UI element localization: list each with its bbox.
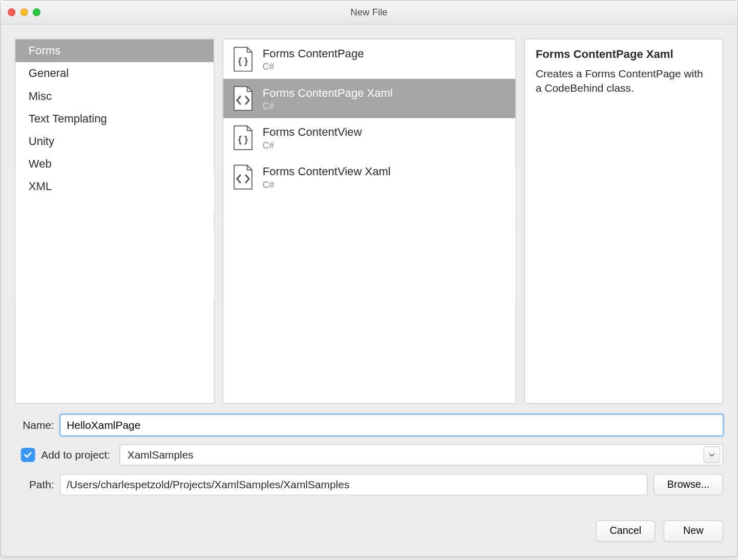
resize-handle-icon[interactable] <box>515 212 516 230</box>
category-item-web[interactable]: Web <box>15 152 214 175</box>
template-name: Forms ContentView <box>262 126 361 139</box>
new-button[interactable]: New <box>664 521 723 542</box>
add-to-project-checkbox[interactable] <box>21 448 35 462</box>
add-to-project-row: Add to project: XamlSamples <box>15 444 723 466</box>
chevron-down-icon <box>709 453 715 457</box>
svg-text:{ }: { } <box>238 134 248 144</box>
xaml-file-icon <box>231 164 254 190</box>
resize-handle-icon[interactable] <box>214 212 214 230</box>
template-lang: C# <box>262 100 392 111</box>
template-item-contentview-xaml[interactable]: Forms ContentView Xaml C# <box>223 157 516 197</box>
add-to-project-label: Add to project: <box>41 449 110 461</box>
template-panel: { } Forms ContentPage C# Forms ContentPa… <box>223 39 516 404</box>
titlebar: New File <box>1 1 737 24</box>
template-name: Forms ContentPage Xaml <box>262 86 392 99</box>
category-item-text-templating[interactable]: Text Templating <box>15 107 214 130</box>
project-select[interactable]: XamlSamples <box>120 444 723 466</box>
new-file-dialog: New File Forms General Misc Text Templat… <box>0 0 738 557</box>
checkmark-icon <box>23 450 33 460</box>
template-lang: C# <box>262 61 364 71</box>
project-select-value: XamlSamples <box>128 449 194 461</box>
footer: Cancel New <box>15 506 723 542</box>
template-name: Forms ContentView Xaml <box>262 164 390 178</box>
code-file-icon: { } <box>231 46 254 72</box>
xaml-file-icon <box>231 85 254 111</box>
category-panel: Forms General Misc Text Templating Unity… <box>15 39 214 404</box>
path-value: /Users/charlespetzold/Projects/XamlSampl… <box>67 479 349 491</box>
category-item-unity[interactable]: Unity <box>15 130 214 152</box>
window-title: New File <box>1 7 737 17</box>
name-label: Name: <box>15 419 54 431</box>
path-input[interactable]: /Users/charlespetzold/Projects/XamlSampl… <box>60 474 647 495</box>
template-name: Forms ContentPage <box>262 47 364 60</box>
path-label: Path: <box>15 479 54 491</box>
category-item-xml[interactable]: XML <box>15 175 214 198</box>
description-panel: Forms ContentPage Xaml Creates a Forms C… <box>524 39 723 404</box>
category-item-misc[interactable]: Misc <box>15 85 214 107</box>
template-item-contentpage[interactable]: { } Forms ContentPage C# <box>223 39 516 79</box>
category-item-general[interactable]: General <box>15 62 214 85</box>
dropdown-button[interactable] <box>704 447 721 464</box>
name-row: Name: <box>15 414 723 436</box>
template-item-contentview[interactable]: { } Forms ContentView C# <box>223 118 516 157</box>
template-item-contentpage-xaml[interactable]: Forms ContentPage Xaml C# <box>223 78 516 118</box>
name-input[interactable] <box>60 414 723 436</box>
path-row: Path: /Users/charlespetzold/Projects/Xam… <box>15 474 723 495</box>
dialog-content: Forms General Misc Text Templating Unity… <box>1 25 737 556</box>
template-lang: C# <box>262 140 361 150</box>
description-title: Forms ContentPage Xaml <box>536 48 712 61</box>
template-list: { } Forms ContentPage C# Forms ContentPa… <box>223 39 516 197</box>
svg-text:{ }: { } <box>238 55 248 66</box>
category-item-forms[interactable]: Forms <box>15 39 214 62</box>
panels: Forms General Misc Text Templating Unity… <box>15 39 723 404</box>
category-list: Forms General Misc Text Templating Unity… <box>15 39 214 198</box>
code-file-icon: { } <box>231 125 254 151</box>
form: Name: Add to project: XamlSamples Path: <box>15 414 723 495</box>
description-text: Creates a Forms ContentPage with a CodeB… <box>536 67 712 95</box>
browse-button[interactable]: Browse... <box>653 474 723 495</box>
cancel-button[interactable]: Cancel <box>596 521 655 542</box>
template-lang: C# <box>262 179 390 189</box>
